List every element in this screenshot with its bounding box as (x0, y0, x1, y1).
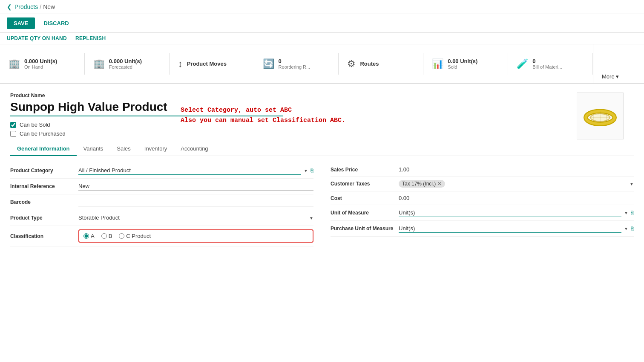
classification-label-1: B (109, 233, 112, 239)
field-label-sales-price: Sales Price (331, 167, 399, 173)
tab-general[interactable]: General Information (10, 142, 77, 156)
product-type-dropdown-arrow[interactable]: ▼ (309, 216, 313, 220)
breadcrumb-sep: / (40, 3, 41, 10)
stats-container: 🏢 0.000 Unit(s) On Hand 🏢 0.000 Unit(s) … (0, 53, 593, 75)
field-label-unit-of-measure: Unit of Measure (331, 210, 399, 216)
sales-price-value: 1.00 (399, 166, 634, 173)
field-label-purchase-uom: Purchase Unit of Measure (331, 226, 399, 232)
bom-icon: 🧪 (517, 58, 528, 70)
can-be-sold-row: Can be Sold (10, 122, 634, 128)
tax-tag: Tax 17% (Incl.) ✕ (399, 180, 445, 188)
can-be-sold-checkbox[interactable] (10, 122, 16, 128)
on-hand-icon: 🏢 (9, 58, 20, 70)
product-category-ext-link[interactable]: ⎘ (310, 168, 313, 174)
can-be-sold-label: Can be Sold (20, 122, 50, 128)
form-area: Product Name Can be Sold Can be Purchase… (0, 84, 644, 255)
product-moves-icon: ↕ (178, 58, 183, 70)
forecasted-label: Forecasted (109, 64, 142, 70)
tax-tag-label: Tax 17% (Incl.) (402, 181, 436, 187)
product-name-input[interactable] (10, 100, 283, 116)
field-row-unit-of-measure: Unit of Measure Unit(s) ▼ ⎘ (331, 205, 634, 221)
field-row-cost: Cost0.00 (331, 191, 634, 205)
field-row-purchase-uom: Purchase Unit of Measure Unit(s) ▼ ⎘ (331, 221, 634, 237)
stat-item-forecasted[interactable]: 🏢 0.000 Unit(s) Forecasted (85, 53, 170, 75)
tab-inventory[interactable]: Inventory (138, 142, 174, 156)
breadcrumb-products-link[interactable]: Products (14, 3, 38, 10)
classification-radio-1[interactable] (101, 233, 107, 239)
product-category-dropdown-arrow[interactable]: ▼ (304, 168, 308, 173)
bom-value: 0 (532, 58, 562, 64)
stat-item-routes[interactable]: ⚙ Routes (339, 53, 423, 75)
action-bar: UPDATE QTY ON HAND REPLENISH (0, 33, 644, 44)
classification-option-c-product[interactable]: C Product (119, 233, 151, 239)
can-be-purchased-label: Can be Purchased (20, 130, 66, 137)
field-label-product-type: Product Type (10, 215, 78, 221)
more-button[interactable]: More ▾ (593, 70, 644, 83)
purchase-uom-dropdown-arrow[interactable]: ▼ (624, 226, 628, 231)
classification-option-b[interactable]: B (101, 233, 112, 239)
replenish-link[interactable]: REPLENISH (75, 35, 106, 41)
discard-button[interactable]: DISCARD (38, 17, 74, 29)
classification-label-0: A (91, 233, 95, 239)
breadcrumb-current: New (43, 3, 55, 10)
tab-variants[interactable]: Variants (77, 142, 110, 156)
internal-reference-input[interactable] (78, 182, 313, 191)
unit-of-measure-dropdown-arrow[interactable]: ▼ (624, 211, 628, 215)
field-row-barcode: Barcode (10, 194, 313, 210)
tab-accounting[interactable]: Accounting (174, 142, 215, 156)
field-row-sales-price: Sales Price1.00 (331, 163, 634, 177)
barcode-input[interactable] (78, 198, 313, 206)
product-image[interactable] (577, 93, 624, 139)
cost-value: 0.00 (399, 195, 634, 201)
breadcrumb: ❮ Products / New (0, 0, 644, 14)
field-label-customer-taxes: Customer Taxes (331, 181, 399, 187)
breadcrumb-chevron[interactable]: ❮ (7, 3, 12, 10)
field-row-customer-taxes: Customer Taxes Tax 17% (Incl.) ✕ ▼ (331, 177, 634, 191)
reordering-icon: 🔄 (263, 58, 274, 70)
form-header: Product Name Can be Sold Can be Purchase… (10, 93, 634, 137)
on-hand-value: 0.000 Unit(s) (24, 58, 57, 64)
tax-tag-close[interactable]: ✕ (437, 181, 442, 187)
stats-bar: 🏢 0.000 Unit(s) On Hand 🏢 0.000 Unit(s) … (0, 44, 644, 84)
classification-radio-0[interactable] (83, 233, 89, 239)
customer-taxes-dropdown-arrow[interactable]: ▼ (630, 182, 634, 186)
stat-item-sold[interactable]: 📊 0.00 Unit(s) Sold (423, 53, 508, 75)
unit-of-measure-ext-link[interactable]: ⎘ (631, 210, 634, 216)
sold-label: Sold (448, 64, 477, 70)
classification-box: A B C Product (78, 229, 313, 243)
stat-item-on-hand[interactable]: 🏢 0.000 Unit(s) On Hand (0, 53, 85, 75)
tab-sales[interactable]: Sales (110, 142, 138, 156)
stat-item-bom[interactable]: 🧪 0 Bill of Materi... (508, 53, 593, 75)
field-row-internal-reference: Internal Reference (10, 179, 313, 194)
field-row-classification: Classification A B C Product (10, 226, 313, 246)
save-button[interactable]: SAVE (7, 17, 35, 29)
forecasted-value: 0.000 Unit(s) (109, 58, 142, 64)
unit-of-measure-select[interactable]: Unit(s) (399, 209, 621, 217)
purchase-uom-select[interactable]: Unit(s) (399, 224, 621, 233)
forecasted-icon: 🏢 (93, 58, 105, 70)
product-category-select[interactable]: All / Finished Product (78, 166, 301, 175)
product-type-select[interactable]: Storable Product (78, 214, 307, 222)
stat-item-product-moves[interactable]: ↕ Product Moves (170, 53, 254, 75)
routes-icon: ⚙ (347, 58, 356, 70)
classification-label-2: C Product (126, 233, 151, 239)
field-row-product-type: Product Type Storable Product ▼ (10, 210, 313, 226)
purchase-uom-ext-link[interactable]: ⎘ (631, 226, 634, 232)
sold-icon: 📊 (432, 58, 443, 70)
field-label-internal-reference: Internal Reference (10, 183, 78, 189)
field-label-product-category: Product Category (10, 168, 78, 174)
field-label-classification: Classification (10, 233, 78, 239)
right-column: Sales Price1.00Customer Taxes Tax 17% (I… (331, 163, 634, 246)
classification-radio-2[interactable] (119, 233, 124, 239)
reordering-value: 0 (279, 58, 310, 64)
more-label: More ▾ (602, 73, 619, 80)
stat-item-reordering[interactable]: 🔄 0 Reordering R... (254, 53, 339, 75)
field-row-product-category: Product Category All / Finished Product … (10, 163, 313, 179)
update-qty-link[interactable]: UPDATE QTY ON HAND (7, 35, 67, 41)
form-grid: Product Category All / Finished Product … (10, 163, 634, 246)
reordering-label: Reordering R... (279, 64, 310, 70)
can-be-purchased-checkbox[interactable] (10, 131, 16, 137)
toolbar: SAVE DISCARD (0, 14, 644, 33)
classification-option-a[interactable]: A (83, 233, 95, 239)
field-label-barcode: Barcode (10, 199, 78, 205)
